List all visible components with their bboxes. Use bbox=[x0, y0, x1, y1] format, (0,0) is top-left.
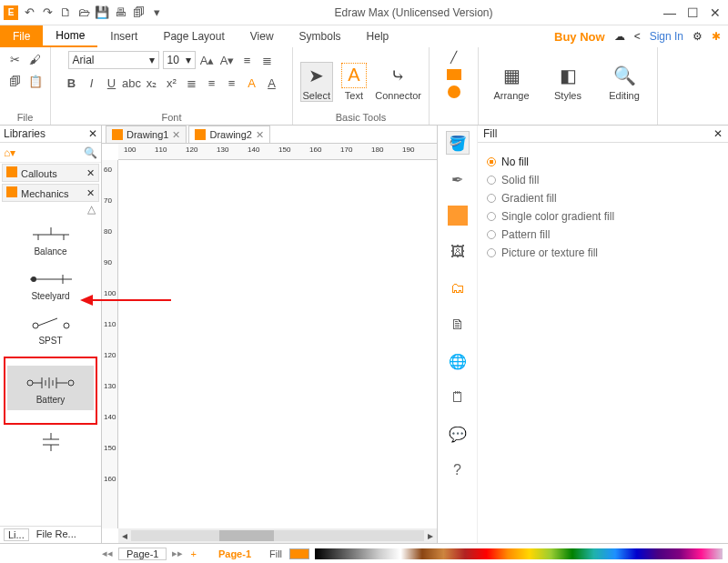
globe-icon[interactable]: 🌐 bbox=[446, 349, 470, 373]
superscript-icon[interactable]: x² bbox=[164, 75, 180, 91]
page-nav-prev-icon[interactable]: ◂◂ bbox=[102, 548, 113, 559]
radio-picture-fill[interactable]: Picture or texture fill bbox=[487, 246, 719, 259]
copy-icon[interactable]: 🗐 bbox=[7, 73, 24, 89]
tab-help[interactable]: Help bbox=[354, 25, 402, 47]
add-page-icon[interactable]: + bbox=[190, 548, 196, 559]
subscript-icon[interactable]: x₂ bbox=[144, 75, 160, 91]
open-icon[interactable]: 🗁 bbox=[76, 5, 91, 20]
tab-insert[interactable]: Insert bbox=[97, 25, 150, 47]
tab-home[interactable]: Home bbox=[43, 25, 97, 47]
libraries-close-icon[interactable]: ✕ bbox=[88, 127, 97, 140]
highlight-icon[interactable]: A bbox=[244, 75, 260, 91]
shape-capacitor[interactable] bbox=[4, 430, 97, 454]
fill-panel-close-icon[interactable]: ✕ bbox=[713, 127, 723, 140]
strikethrough-icon[interactable]: abc bbox=[124, 75, 140, 91]
undo-icon[interactable]: ↶ bbox=[22, 5, 36, 20]
paste-icon[interactable]: 📋 bbox=[27, 73, 44, 89]
collapse-icon[interactable]: △ bbox=[0, 203, 101, 216]
category-callouts[interactable]: Callouts ✕ bbox=[2, 164, 99, 182]
shrink-font-icon[interactable]: A▾ bbox=[219, 52, 236, 68]
rect-tool-icon[interactable] bbox=[447, 69, 461, 80]
buy-now-link[interactable]: Buy Now bbox=[554, 30, 605, 44]
share-icon[interactable]: < bbox=[634, 30, 641, 43]
layers-icon[interactable]: 🗂 bbox=[446, 276, 470, 300]
pen-icon[interactable]: ✒ bbox=[446, 167, 470, 191]
drawing-canvas[interactable] bbox=[118, 160, 437, 528]
current-fill-swatch[interactable] bbox=[289, 548, 309, 559]
image-icon[interactable]: 🖼 bbox=[446, 240, 470, 264]
cloud-icon[interactable]: ☁ bbox=[614, 30, 625, 43]
doc-tab-drawing1[interactable]: Drawing1 ✕ bbox=[106, 126, 187, 143]
print-icon[interactable]: 🖶 bbox=[113, 5, 127, 20]
footer-tab-libraries[interactable]: Li... bbox=[4, 528, 29, 541]
radio-pattern-fill[interactable]: Pattern fill bbox=[487, 228, 719, 241]
file-tab[interactable]: File bbox=[0, 25, 43, 47]
color-palette-strip[interactable] bbox=[315, 548, 723, 559]
fill-bucket-icon[interactable]: 🪣 bbox=[446, 131, 470, 155]
page-tab[interactable]: Page-1 bbox=[118, 548, 167, 560]
radio-single-color-gradient[interactable]: Single color gradient fill bbox=[487, 210, 719, 223]
font-name-select[interactable]: Arial▾ bbox=[68, 51, 159, 69]
swatch-icon[interactable] bbox=[446, 204, 470, 227]
align-right-icon[interactable]: ≡ bbox=[224, 75, 240, 91]
minimize-button[interactable]: — bbox=[663, 5, 676, 20]
home-icon[interactable]: ⌂▾ bbox=[4, 146, 15, 159]
shape-balance[interactable]: Balance bbox=[4, 223, 97, 256]
redo-icon[interactable]: ↷ bbox=[40, 5, 55, 20]
tab-page-layout[interactable]: Page Layout bbox=[150, 25, 237, 47]
footer-tab-filerecovery[interactable]: File Re... bbox=[36, 528, 76, 541]
save-icon[interactable]: 💾 bbox=[95, 5, 109, 20]
line-tool-icon[interactable]: ╱ bbox=[450, 51, 457, 64]
close-icon[interactable]: ✕ bbox=[172, 129, 180, 141]
line-spacing-icon[interactable]: ≣ bbox=[259, 52, 276, 68]
arrange-button[interactable]: ▦ Arrange bbox=[486, 63, 537, 101]
close-button[interactable]: ✕ bbox=[710, 5, 721, 20]
qat-dropdown-icon[interactable]: ▾ bbox=[149, 5, 164, 20]
radio-gradient-fill[interactable]: Gradient fill bbox=[487, 192, 719, 205]
close-icon[interactable]: ✕ bbox=[86, 167, 95, 179]
radio-solid-fill[interactable]: Solid fill bbox=[487, 174, 719, 186]
preview-icon[interactable]: 🗐 bbox=[131, 5, 146, 20]
new-icon[interactable]: 🗋 bbox=[58, 5, 73, 20]
tab-symbols[interactable]: Symbols bbox=[287, 25, 354, 47]
select-tool[interactable]: ➤ Select bbox=[300, 62, 333, 102]
scroll-right-icon[interactable]: ▸ bbox=[424, 529, 437, 542]
bullets-icon[interactable]: ≣ bbox=[184, 75, 200, 91]
italic-icon[interactable]: I bbox=[84, 75, 100, 91]
maximize-button[interactable]: ☐ bbox=[687, 5, 699, 20]
search-icon[interactable]: 🔍 bbox=[19, 146, 97, 159]
close-icon[interactable]: ✕ bbox=[256, 129, 264, 141]
underline-icon[interactable]: U bbox=[104, 75, 120, 91]
horizontal-scrollbar[interactable]: ◂ ▸ bbox=[118, 528, 437, 543]
editing-button[interactable]: 🔍 Editing bbox=[599, 63, 650, 101]
doc-tab-drawing2[interactable]: Drawing2 ✕ bbox=[188, 126, 269, 143]
align-center-icon[interactable]: ≡ bbox=[204, 75, 220, 91]
note-icon[interactable]: 🗒 bbox=[446, 386, 470, 409]
cut-icon[interactable]: ✂ bbox=[7, 51, 24, 67]
page-icon[interactable]: 🗎 bbox=[446, 313, 470, 337]
styles-button[interactable]: ◧ Styles bbox=[542, 63, 593, 101]
close-icon[interactable]: ✕ bbox=[86, 187, 95, 199]
shape-spst-switch[interactable]: SPST bbox=[4, 312, 97, 346]
format-painter-icon[interactable]: 🖌 bbox=[27, 51, 44, 67]
bold-icon[interactable]: B bbox=[64, 75, 80, 91]
category-mechanics[interactable]: Mechanics ✕ bbox=[2, 184, 99, 202]
scroll-left-icon[interactable]: ◂ bbox=[118, 529, 131, 542]
tab-view[interactable]: View bbox=[238, 25, 287, 47]
window-title: Edraw Max (Unlicensed Version) bbox=[164, 6, 663, 19]
connector-tool[interactable]: ⤷ Connector bbox=[375, 63, 421, 101]
radio-no-fill[interactable]: No fill bbox=[487, 156, 719, 168]
shape-battery[interactable]: Battery bbox=[7, 366, 94, 410]
comment-icon[interactable]: 💬 bbox=[446, 422, 470, 446]
help-icon[interactable]: ? bbox=[446, 458, 470, 482]
font-size-select[interactable]: 10▾ bbox=[163, 51, 196, 69]
align-left-icon[interactable]: ≡ bbox=[239, 52, 256, 68]
text-tool[interactable]: A Text bbox=[339, 63, 370, 101]
gear-icon[interactable]: ⚙ bbox=[693, 30, 703, 43]
ellipse-tool-icon[interactable] bbox=[448, 85, 460, 98]
scroll-thumb[interactable] bbox=[219, 530, 274, 541]
sign-in-link[interactable]: Sign In bbox=[650, 30, 683, 43]
page-nav-icons[interactable]: ▸▸ bbox=[172, 548, 183, 559]
font-color-icon[interactable]: A bbox=[264, 75, 280, 91]
grow-font-icon[interactable]: A▴ bbox=[199, 52, 216, 68]
